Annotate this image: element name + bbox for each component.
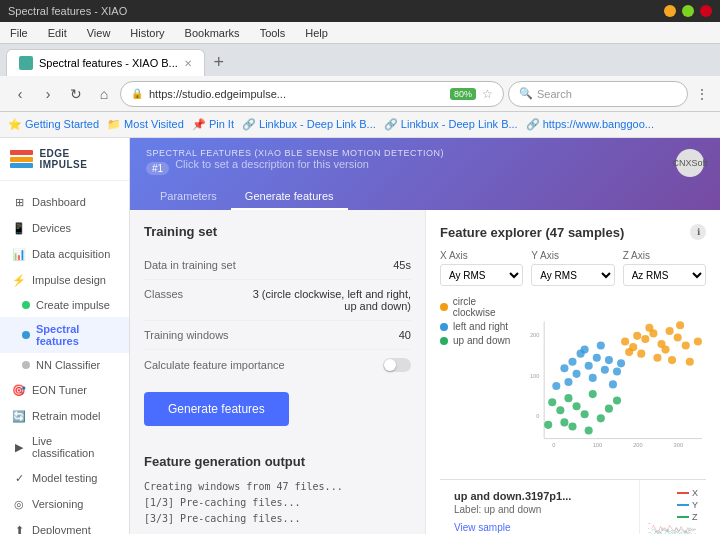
version-tag[interactable]: #1	[146, 162, 169, 175]
sidebar-item-live-classification[interactable]: ▶ Live classification	[0, 429, 129, 465]
generate-features-button[interactable]: Generate features	[144, 392, 289, 426]
sidebar-item-data-acquisition[interactable]: 📊 Data acquisition	[0, 241, 129, 267]
sidebar-item-impulse-design[interactable]: ⚡ Impulse design	[0, 267, 129, 293]
sidebar-item-nn-classifier[interactable]: NN Classifier	[0, 353, 129, 377]
sidebar-item-deployment[interactable]: ⬆ Deployment	[0, 517, 129, 534]
header-description[interactable]: Click to set a description for this vers…	[175, 158, 369, 170]
bookmark-linkbux-1[interactable]: 🔗 Linkbux - Deep Link B...	[242, 118, 376, 131]
eon-icon: 🎯	[12, 383, 26, 397]
sidebar-label-live: Live classification	[32, 435, 117, 459]
x-axis-select[interactable]: Ax RMS Ay RMS Az RMS	[440, 264, 523, 286]
sidebar-item-devices[interactable]: 📱 Devices	[0, 215, 129, 241]
back-button[interactable]: ‹	[8, 82, 32, 106]
bookmark-star[interactable]: ☆	[482, 87, 493, 101]
browser-tab[interactable]: Spectral features - XIAO B... ✕	[6, 49, 205, 76]
browser-title: Spectral features - XIAO	[8, 5, 664, 17]
new-tab-button[interactable]: +	[205, 48, 233, 76]
tab-parameters[interactable]: Parameters	[146, 184, 231, 210]
data-icon: 📊	[12, 247, 26, 261]
sidebar-item-eon-tuner[interactable]: 🎯 EON Tuner	[0, 377, 129, 403]
header-version: #1 Click to set a description for this v…	[146, 158, 444, 178]
maximize-btn[interactable]	[682, 5, 694, 17]
svg-point-10	[633, 332, 641, 340]
svg-point-42	[552, 382, 560, 390]
menu-file[interactable]: File	[6, 25, 32, 41]
left-panel: Training set Data in training set 45s Cl…	[130, 210, 425, 534]
page-header: SPECTRAL FEATURES (XIAO BLE SENSE MOTION…	[130, 138, 720, 210]
sidebar-label-data: Data acquisition	[32, 248, 110, 260]
sidebar-label-spectral: Spectral features	[36, 323, 117, 347]
mini-legend-z-line	[677, 516, 689, 518]
svg-point-29	[585, 362, 593, 370]
forward-button[interactable]: ›	[36, 82, 60, 106]
sidebar-item-create-impulse[interactable]: Create impulse	[0, 293, 129, 317]
user-avatar[interactable]: CNXSoft	[676, 149, 704, 177]
svg-point-14	[666, 327, 674, 335]
svg-point-54	[585, 426, 593, 434]
value-data-in-training: 45s	[393, 259, 411, 271]
sidebar-item-versioning[interactable]: ◎ Versioning	[0, 491, 129, 517]
svg-point-24	[676, 321, 684, 329]
menu-view[interactable]: View	[83, 25, 115, 41]
y-axis-select[interactable]: Ax RMS Ay RMS Az RMS	[531, 264, 614, 286]
sidebar-item-retrain[interactable]: 🔄 Retrain model	[0, 403, 129, 429]
address-bar[interactable]: 🔒 https://studio.edgeimpulse... 80% ☆	[120, 81, 504, 107]
menu-edit[interactable]: Edit	[44, 25, 71, 41]
svg-text:200: 200	[530, 332, 539, 338]
scatter-plot: 200 100 0 0 100 200 300	[528, 296, 706, 479]
svg-point-30	[593, 354, 601, 362]
home-button[interactable]: ⌂	[92, 82, 116, 106]
search-bar[interactable]: 🔍 Search	[508, 81, 688, 107]
training-row-data: Data in training set 45s	[144, 251, 411, 280]
svg-point-38	[613, 367, 621, 375]
svg-text:100: 100	[593, 442, 602, 448]
tab-close-btn[interactable]: ✕	[184, 58, 192, 69]
nav-bar: ‹ › ↻ ⌂ 🔒 https://studio.edgeimpulse... …	[0, 76, 720, 112]
svg-point-40	[609, 380, 617, 388]
svg-point-37	[564, 378, 572, 386]
refresh-button[interactable]: ↻	[64, 82, 88, 106]
bookmark-linkbux-2[interactable]: 🔗 Linkbux - Deep Link B...	[384, 118, 518, 131]
menu-tools[interactable]: Tools	[256, 25, 290, 41]
extensions-icon[interactable]: ⋮	[692, 87, 712, 101]
sidebar-item-model-testing[interactable]: ✓ Model testing	[0, 465, 129, 491]
menu-history[interactable]: History	[126, 25, 168, 41]
header-left: SPECTRAL FEATURES (XIAO BLE SENSE MOTION…	[146, 148, 444, 178]
svg-point-46	[573, 402, 581, 410]
bookmark-most-visited[interactable]: 📁 Most Visited	[107, 118, 184, 131]
menu-help[interactable]: Help	[301, 25, 332, 41]
mini-chart-legend: X Y Z	[677, 488, 698, 522]
calculate-toggle[interactable]	[383, 358, 411, 372]
bookmark-getting-started[interactable]: ⭐ Getting Started	[8, 118, 99, 131]
legend-label-circle: circle clockwise	[453, 296, 520, 318]
legend-dot-orange	[440, 303, 448, 311]
explorer-info-icon[interactable]: ℹ	[690, 224, 706, 240]
svg-point-39	[617, 359, 625, 367]
close-btn[interactable]	[700, 5, 712, 17]
sidebar-item-spectral-features[interactable]: Spectral features	[0, 317, 129, 353]
svg-text:200: 200	[648, 523, 651, 524]
svg-point-27	[568, 358, 576, 366]
svg-text:200: 200	[633, 442, 642, 448]
spectral-features-dot	[22, 331, 30, 339]
live-icon: ▶	[12, 440, 26, 454]
z-axis-select[interactable]: Ax RMS Ay RMS Az RMS	[623, 264, 706, 286]
sidebar-label-nn: NN Classifier	[36, 359, 100, 371]
training-row-windows: Training windows 40	[144, 321, 411, 350]
bottom-section: up and down.3197p1... Label: up and down…	[440, 479, 706, 534]
sidebar-item-dashboard[interactable]: ⊞ Dashboard	[0, 189, 129, 215]
svg-point-34	[589, 374, 597, 382]
content-area: Training set Data in training set 45s Cl…	[130, 210, 720, 534]
training-panel: Training set Data in training set 45s Cl…	[130, 210, 425, 440]
svg-point-35	[597, 342, 605, 350]
view-sample-link[interactable]: View sample	[454, 519, 625, 534]
bookmark-banggoo[interactable]: 🔗 https://www.banggoo...	[526, 118, 654, 131]
tab-favicon	[19, 56, 33, 70]
tab-generate-features[interactable]: Generate features	[231, 184, 348, 210]
training-row-calculate: Calculate feature importance	[144, 350, 411, 380]
legend-label-left-right: left and right	[453, 321, 508, 332]
minimize-btn[interactable]	[664, 5, 676, 17]
test-icon: ✓	[12, 471, 26, 485]
menu-bookmarks[interactable]: Bookmarks	[181, 25, 244, 41]
bookmark-pin-it[interactable]: 📌 Pin It	[192, 118, 234, 131]
